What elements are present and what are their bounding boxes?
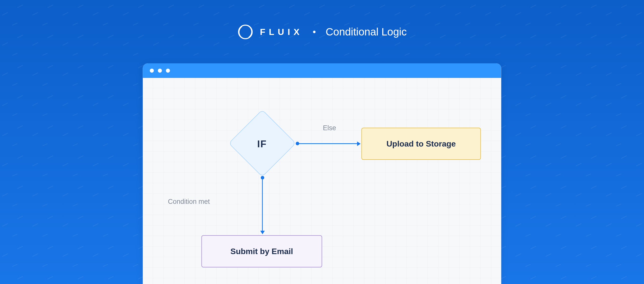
app-window: IF Else Condition met Upload to Storage … xyxy=(143,63,501,284)
page-header: FLUIX Conditional Logic xyxy=(237,24,407,40)
action-node-label: Submit by Email xyxy=(230,247,293,256)
edge-label-condition-met: Condition met xyxy=(168,198,210,206)
connector-else xyxy=(297,143,358,144)
action-node-submit-email: Submit by Email xyxy=(202,235,322,267)
arrowhead-down-icon xyxy=(260,231,265,234)
window-control-minimize-icon xyxy=(158,69,162,73)
fluix-logo-icon xyxy=(237,24,253,40)
action-node-upload-storage: Upload to Storage xyxy=(361,128,481,160)
edge-label-else: Else xyxy=(323,124,336,132)
page-title: Conditional Logic xyxy=(326,26,407,38)
connector-condition-met xyxy=(262,178,263,231)
decision-node-label: IF xyxy=(252,139,272,150)
arrowhead-right-icon xyxy=(357,141,361,146)
window-control-close-icon xyxy=(150,69,154,73)
window-titlebar xyxy=(143,63,501,78)
diagram-canvas: IF Else Condition met Upload to Storage … xyxy=(143,78,501,284)
brand-name: FLUIX xyxy=(260,27,303,37)
separator-dot-icon xyxy=(313,31,315,33)
window-control-maximize-icon xyxy=(166,69,170,73)
action-node-label: Upload to Storage xyxy=(386,139,456,149)
brand-logo: FLUIX xyxy=(237,24,303,40)
